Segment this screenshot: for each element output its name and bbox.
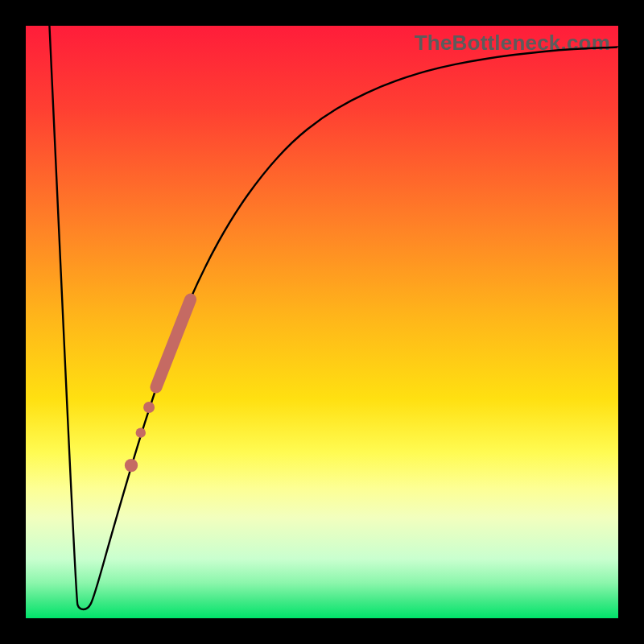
chart-frame: TheBottleneck.com — [0, 0, 644, 644]
highlight-dot — [136, 427, 146, 437]
highlight-segment — [156, 299, 191, 387]
plot-area: TheBottleneck.com — [26, 26, 618, 618]
highlight-dot — [125, 459, 138, 472]
highlight-points — [125, 402, 155, 472]
highlight-dot — [143, 402, 155, 413]
chart-svg — [26, 26, 618, 618]
bottleneck-curve — [49, 26, 618, 609]
